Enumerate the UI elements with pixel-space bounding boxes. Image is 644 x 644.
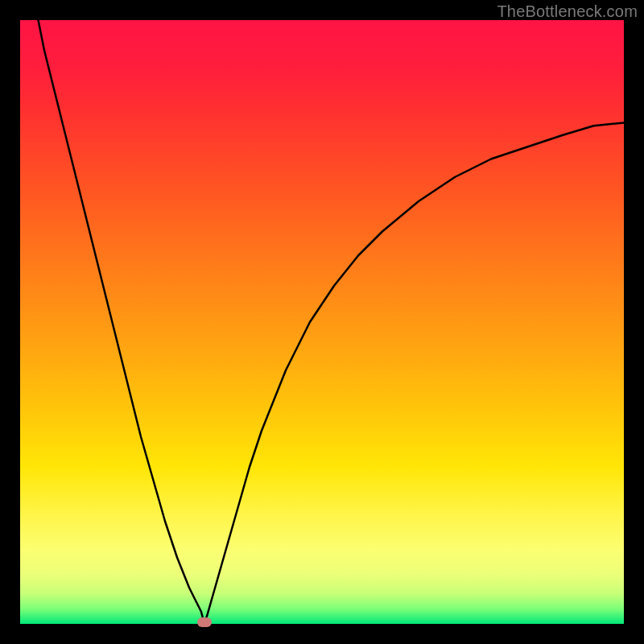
- bottleneck-curve: [20, 20, 624, 624]
- minimum-marker: [197, 617, 212, 627]
- chart-frame: TheBottleneck.com: [0, 0, 644, 644]
- watermark-text: TheBottleneck.com: [497, 2, 638, 21]
- plot-area: [20, 20, 624, 624]
